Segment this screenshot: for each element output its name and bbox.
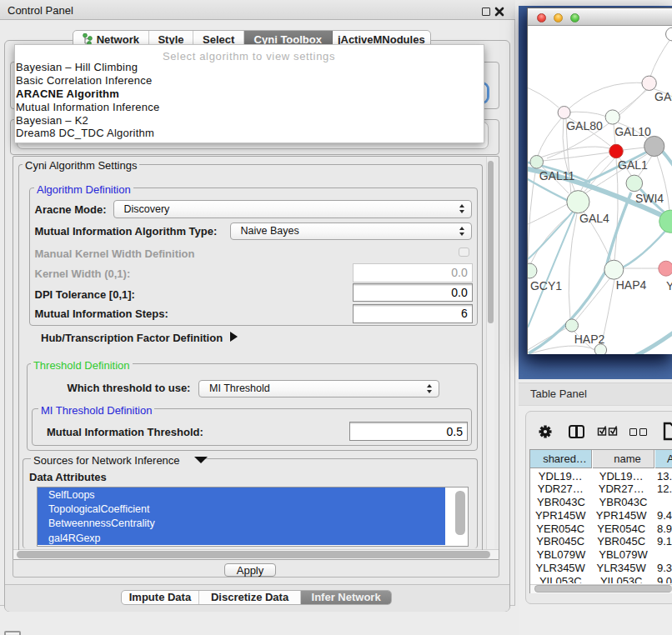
svg-text:HAP2: HAP2 xyxy=(574,332,605,346)
svg-text:GAL10: GAL10 xyxy=(614,125,651,138)
svg-text:YP: YP xyxy=(666,279,672,292)
svg-text:GAL4: GAL4 xyxy=(579,212,609,225)
svg-text:GAL7: GAL7 xyxy=(654,90,672,103)
svg-text:GAL11: GAL11 xyxy=(539,169,575,182)
svg-text:GAL80: GAL80 xyxy=(566,119,603,132)
svg-text:GAL1: GAL1 xyxy=(618,158,648,172)
svg-text:SWI4: SWI4 xyxy=(635,192,664,205)
svg-text:HAP4: HAP4 xyxy=(616,278,647,292)
svg-text:GCY1: GCY1 xyxy=(530,279,562,292)
